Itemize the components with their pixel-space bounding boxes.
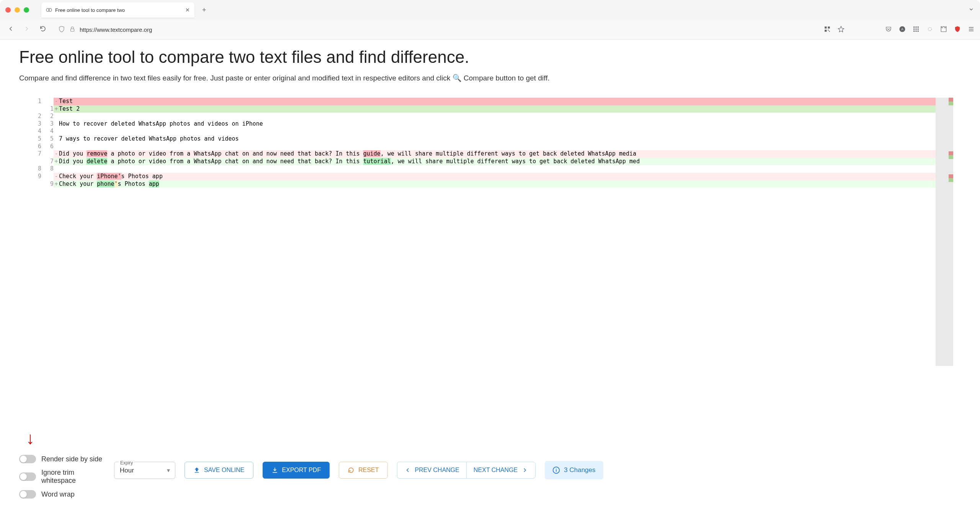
export-pdf-button[interactable]: EXPORT PDF — [263, 462, 330, 479]
pocket-icon[interactable] — [885, 26, 892, 34]
svg-rect-14 — [916, 28, 917, 30]
subtitle-text-pre: Compare and find difference in two text … — [19, 74, 452, 82]
next-change-button[interactable]: NEXT CHANGE — [466, 462, 536, 479]
line-number-left: 3 — [27, 120, 47, 128]
diff-code: 7 ways to recover deleted WhatsApp photo… — [59, 135, 953, 143]
diff-code — [59, 128, 953, 135]
line-number-left — [27, 180, 47, 188]
svg-rect-3 — [825, 26, 826, 28]
extensions-icon[interactable] — [940, 26, 947, 34]
ignore-trim-toggle[interactable] — [19, 472, 36, 481]
line-number-left: 9 — [27, 173, 47, 180]
close-window-button[interactable] — [5, 7, 11, 13]
word-wrap-toggle[interactable] — [19, 490, 36, 499]
qr-icon[interactable] — [824, 26, 831, 34]
line-number-left: 2 — [27, 113, 47, 120]
apps-icon[interactable] — [913, 26, 920, 34]
diff-line: 44 — [27, 128, 953, 135]
line-number-right — [47, 98, 54, 105]
svg-rect-17 — [916, 30, 917, 31]
address-bar[interactable]: https://www.textcompare.org — [54, 23, 818, 37]
minimap-scrollbar[interactable] — [936, 98, 953, 366]
diff-sign — [54, 165, 59, 173]
diff-line: 66 — [27, 143, 953, 151]
minimize-window-button[interactable] — [15, 7, 20, 13]
new-tab-button[interactable]: + — [202, 6, 206, 14]
reset-button[interactable]: RESET — [339, 462, 387, 479]
forward-button[interactable] — [21, 25, 32, 34]
line-number-right: 8 — [47, 165, 54, 173]
line-number-right: 4 — [47, 128, 54, 135]
diff-code: Did you remove a photo or video from a W… — [59, 150, 953, 158]
ignore-trim-label: Ignore trim whitespace — [41, 469, 103, 485]
menu-icon[interactable] — [968, 26, 975, 34]
svg-rect-2 — [71, 29, 74, 31]
bookmark-star-icon[interactable] — [838, 26, 844, 34]
diff-sign — [54, 113, 59, 120]
diff-sign — [54, 135, 59, 143]
diff-code — [59, 143, 953, 151]
lock-icon[interactable] — [69, 26, 76, 34]
line-number-right — [47, 173, 54, 180]
reset-icon — [348, 467, 354, 474]
maximize-window-button[interactable] — [24, 7, 29, 13]
reload-button[interactable] — [38, 25, 48, 34]
diff-line: 33How to recover deleted WhatsApp photos… — [27, 120, 953, 128]
diff-viewer[interactable]: 1-Test1+Test 22233How to recover deleted… — [27, 98, 953, 188]
close-tab-icon[interactable]: ✕ — [185, 7, 190, 13]
line-number-right: 9 — [47, 180, 54, 188]
diff-sign — [54, 120, 59, 128]
page-content: Free online tool to compare two text fil… — [0, 40, 980, 188]
svg-point-1 — [49, 8, 52, 11]
line-number-right: 1 — [47, 105, 54, 113]
chevron-right-icon — [521, 467, 528, 474]
toolbar: https://www.textcompare.org A — [0, 20, 980, 40]
change-nav-group: PREV CHANGE NEXT CHANGE — [397, 462, 536, 479]
svg-rect-11 — [916, 26, 917, 28]
word-wrap-label: Word wrap — [41, 490, 75, 499]
url-text: https://www.textcompare.org — [80, 26, 152, 33]
svg-rect-12 — [918, 26, 919, 28]
extension-dot-icon[interactable] — [926, 26, 933, 34]
svg-rect-13 — [913, 28, 915, 30]
diff-sign: - — [54, 173, 59, 180]
diff-code: Check your phone's Photos app — [59, 180, 953, 188]
list-tabs-icon[interactable] — [968, 6, 975, 14]
diff-code: Did you delete a photo or video from a W… — [59, 158, 953, 166]
diff-line: 1-Test — [27, 98, 953, 105]
save-online-button[interactable]: SAVE ONLINE — [185, 462, 253, 479]
diff-sign — [54, 143, 59, 151]
svg-rect-10 — [913, 26, 915, 28]
search-icon: 🔍 — [452, 74, 462, 82]
diff-code: Check your iPhone's Photos app — [59, 173, 953, 180]
diff-line: 9+Check your phone's Photos app — [27, 180, 953, 188]
diff-line: 22 — [27, 113, 953, 120]
line-number-left: 7 — [27, 150, 47, 158]
diff-line: 9-Check your iPhone's Photos app — [27, 173, 953, 180]
window-controls — [5, 7, 29, 13]
side-by-side-label: Render side by side — [41, 455, 102, 463]
toggle-group: ↓ Render side by side Ignore trim whites… — [19, 455, 103, 499]
back-button[interactable] — [5, 25, 16, 34]
prev-label: PREV CHANGE — [415, 467, 459, 474]
diff-line: 7-Did you remove a photo or video from a… — [27, 150, 953, 158]
prev-change-button[interactable]: PREV CHANGE — [397, 462, 466, 479]
account-icon[interactable]: A — [899, 26, 906, 34]
adblock-icon[interactable] — [954, 26, 961, 34]
diff-line: 1+Test 2 — [27, 105, 953, 113]
browser-tab[interactable]: Free online tool to compare two ✕ — [41, 2, 194, 18]
browser-chrome: Free online tool to compare two ✕ + http… — [0, 0, 980, 40]
line-number-right: 2 — [47, 113, 54, 120]
svg-rect-16 — [913, 30, 915, 31]
shield-icon[interactable] — [58, 26, 65, 34]
diff-sign: - — [54, 98, 59, 105]
line-number-left: 4 — [27, 128, 47, 135]
tab-title: Free online tool to compare two — [55, 7, 182, 13]
diff-line: 7+Did you delete a photo or video from a… — [27, 158, 953, 166]
svg-rect-5 — [825, 30, 826, 31]
tab-bar: Free online tool to compare two ✕ + — [0, 0, 980, 20]
svg-text:A: A — [901, 28, 903, 31]
side-by-side-toggle[interactable] — [19, 455, 36, 463]
diff-code — [59, 113, 953, 120]
svg-rect-4 — [828, 26, 830, 28]
